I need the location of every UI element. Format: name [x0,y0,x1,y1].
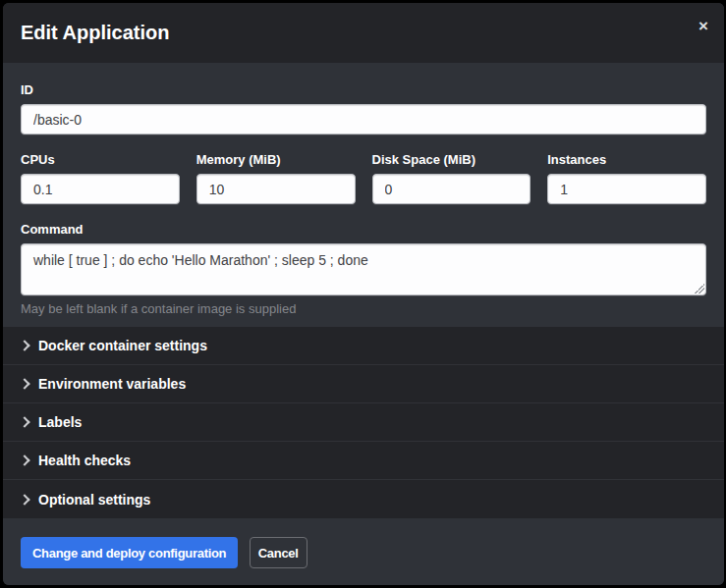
instances-input[interactable] [547,174,706,204]
section-label: Docker container settings [38,338,207,353]
accordion: Docker container settings Environment va… [3,327,724,518]
section-environment-variables[interactable]: Environment variables [3,365,724,403]
command-help-text: May be left blank if a container image i… [21,301,706,316]
resources-row: CPUs Memory (MiB) Disk Space (MiB) Insta… [21,152,706,204]
modal-header: Edit Application × [3,3,724,63]
edit-application-modal: Edit Application × ID CPUs Memory (MiB) … [3,3,724,585]
command-field-group: Command while [ true ] ; do echo 'Hello … [21,222,706,316]
resize-handle-icon[interactable] [695,284,704,294]
section-label: Environment variables [38,376,186,392]
memory-input[interactable] [196,174,356,204]
cpus-label: CPUs [21,152,180,167]
command-label: Command [21,222,706,237]
section-label: Optional settings [38,492,150,508]
instances-field-group: Instances [547,152,706,204]
edit-application-form: ID CPUs Memory (MiB) Disk Space (MiB) In… [3,63,724,327]
disk-input[interactable] [372,174,531,204]
id-label: ID [21,82,706,97]
section-labels[interactable]: Labels [3,403,724,442]
cpus-field-group: CPUs [21,152,180,204]
instances-label: Instances [547,152,706,167]
chevron-right-icon [19,494,29,505]
id-field-group: ID [21,82,706,134]
modal-footer: Change and deploy configuration Cancel [3,518,724,585]
section-health-checks[interactable]: Health checks [3,442,724,480]
memory-label: Memory (MiB) [196,152,356,167]
memory-field-group: Memory (MiB) [196,152,356,204]
disk-label: Disk Space (MiB) [372,152,531,167]
chevron-right-icon [19,416,29,427]
cancel-button[interactable]: Cancel [250,537,307,568]
change-and-deploy-button[interactable]: Change and deploy configuration [21,537,238,568]
section-label: Labels [38,414,82,430]
command-textarea[interactable]: while [ true ] ; do echo 'Hello Marathon… [21,243,706,295]
close-icon[interactable]: × [698,18,708,34]
modal-title: Edit Application [21,22,169,44]
chevron-right-icon [19,454,29,465]
cpus-input[interactable] [21,174,180,204]
section-optional-settings[interactable]: Optional settings [3,480,724,518]
section-docker-container-settings[interactable]: Docker container settings [3,327,724,365]
chevron-right-icon [19,378,29,389]
disk-field-group: Disk Space (MiB) [372,152,531,204]
chevron-right-icon [19,340,29,350]
section-label: Health checks [38,453,131,468]
id-input[interactable] [21,104,706,134]
